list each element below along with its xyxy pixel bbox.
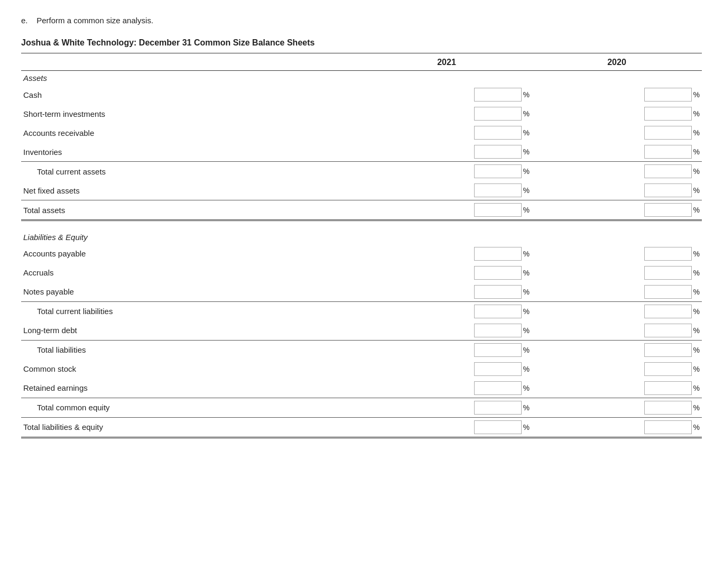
cell-2020[interactable]: % [532, 360, 702, 379]
pct-sign-2020: % [693, 186, 700, 195]
pct-sign-2021: % [523, 128, 530, 137]
cell-2021[interactable]: % [362, 398, 532, 417]
cell-2020[interactable]: % [532, 301, 702, 321]
cell-2021[interactable]: % [362, 162, 532, 181]
input-2020[interactable] [644, 266, 692, 280]
row-label: Total common equity [21, 398, 362, 417]
pct-sign-2021: % [523, 269, 530, 277]
pct-sign-2020: % [693, 269, 700, 277]
input-2021[interactable] [474, 285, 522, 299]
input-2021[interactable] [474, 266, 522, 280]
cell-2020[interactable]: % [532, 417, 702, 437]
cell-2021[interactable]: % [362, 85, 532, 104]
pct-sign-2021: % [523, 365, 530, 373]
input-2020[interactable] [644, 401, 692, 415]
page-title: Joshua & White Technology: December 31 C… [21, 38, 702, 48]
input-2020[interactable] [644, 164, 692, 178]
cell-2021[interactable]: % [362, 340, 532, 360]
table-row: Notes payable%% [21, 282, 702, 302]
input-2020[interactable] [644, 324, 692, 337]
input-2021[interactable] [474, 164, 522, 178]
input-2021[interactable] [474, 88, 522, 102]
table-row: Accounts receivable%% [21, 123, 702, 142]
cell-2020[interactable]: % [532, 104, 702, 123]
input-2020[interactable] [644, 107, 692, 121]
table-row: Retained earnings%% [21, 379, 702, 398]
cell-2021[interactable]: % [362, 142, 532, 162]
input-2020[interactable] [644, 343, 692, 357]
cell-2020[interactable]: % [532, 142, 702, 162]
cell-2020[interactable]: % [532, 162, 702, 181]
cell-2021[interactable]: % [362, 200, 532, 221]
cell-2020[interactable]: % [532, 379, 702, 398]
input-2021[interactable] [474, 305, 522, 318]
cell-2020[interactable]: % [532, 200, 702, 221]
liabilities-equity-section-header: Liabilities & Equity [21, 230, 702, 244]
cell-2020[interactable]: % [532, 263, 702, 282]
cell-2020[interactable]: % [532, 282, 702, 302]
pct-sign-2020: % [693, 403, 700, 412]
input-2020[interactable] [644, 203, 692, 217]
input-2021[interactable] [474, 420, 522, 434]
input-2020[interactable] [644, 88, 692, 102]
cell-2020[interactable]: % [532, 85, 702, 104]
input-2021[interactable] [474, 145, 522, 159]
input-2020[interactable] [644, 285, 692, 299]
input-2021[interactable] [474, 107, 522, 121]
input-2020[interactable] [644, 420, 692, 434]
pct-sign-2021: % [523, 346, 530, 354]
year-2020-header: 2020 [532, 53, 702, 71]
row-label: Total liabilities & equity [21, 417, 362, 437]
pct-sign-2021: % [523, 384, 530, 392]
input-2021[interactable] [474, 324, 522, 337]
input-2021[interactable] [474, 381, 522, 395]
assets-section-header-row: Assets [21, 71, 702, 86]
spacer-row [21, 221, 702, 230]
cell-2020[interactable]: % [532, 321, 702, 341]
input-2021[interactable] [474, 203, 522, 217]
cell-2021[interactable]: % [362, 321, 532, 341]
input-2020[interactable] [644, 247, 692, 261]
cell-2020[interactable]: % [532, 181, 702, 200]
input-2021[interactable] [474, 362, 522, 376]
input-2021[interactable] [474, 343, 522, 357]
cell-2020[interactable]: % [532, 340, 702, 360]
input-2020[interactable] [644, 305, 692, 318]
column-header-row: 2021 2020 [21, 53, 702, 71]
table-row: Short-term investments%% [21, 104, 702, 123]
cell-2021[interactable]: % [362, 123, 532, 142]
row-label: Accounts payable [21, 244, 362, 263]
cell-2021[interactable]: % [362, 244, 532, 263]
row-label: Retained earnings [21, 379, 362, 398]
input-2020[interactable] [644, 145, 692, 159]
year-2021-header: 2021 [362, 53, 532, 71]
row-label: Inventories [21, 142, 362, 162]
input-2021[interactable] [474, 247, 522, 261]
input-2020[interactable] [644, 126, 692, 140]
input-2020[interactable] [644, 381, 692, 395]
cell-2021[interactable]: % [362, 417, 532, 437]
pct-sign-2021: % [523, 186, 530, 195]
table-row: Total current liabilities%% [21, 301, 702, 321]
cell-2021[interactable]: % [362, 104, 532, 123]
input-2021[interactable] [474, 183, 522, 197]
cell-2020[interactable]: % [532, 398, 702, 417]
cell-2020[interactable]: % [532, 244, 702, 263]
input-2021[interactable] [474, 126, 522, 140]
pct-sign-2021: % [523, 403, 530, 412]
cell-2021[interactable]: % [362, 263, 532, 282]
assets-section-header: Assets [21, 71, 702, 86]
cell-2020[interactable]: % [532, 123, 702, 142]
row-label: Total current liabilities [21, 301, 362, 321]
cell-2021[interactable]: % [362, 181, 532, 200]
row-label: Accruals [21, 263, 362, 282]
cell-2021[interactable]: % [362, 282, 532, 302]
pct-sign-2020: % [693, 148, 700, 156]
cell-2021[interactable]: % [362, 360, 532, 379]
cell-2021[interactable]: % [362, 301, 532, 321]
pct-sign-2020: % [693, 326, 700, 335]
input-2021[interactable] [474, 401, 522, 415]
input-2020[interactable] [644, 362, 692, 376]
input-2020[interactable] [644, 183, 692, 197]
cell-2021[interactable]: % [362, 379, 532, 398]
